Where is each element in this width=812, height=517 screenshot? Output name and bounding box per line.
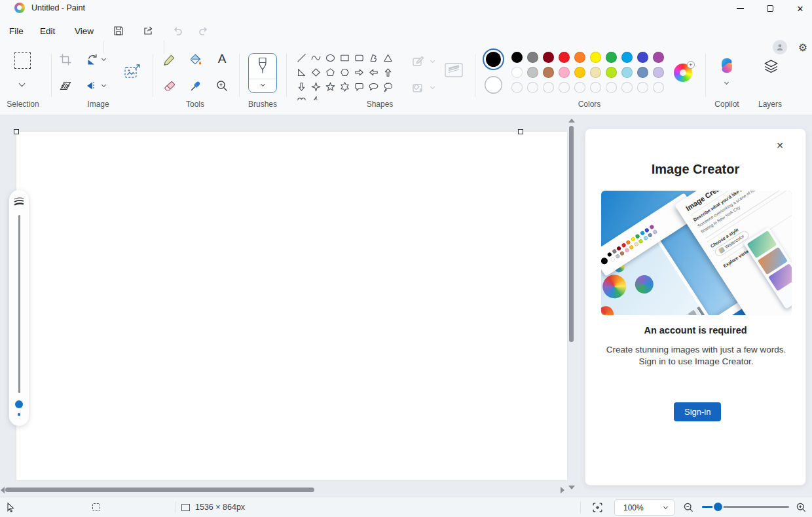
color-swatch[interactable] [590, 52, 601, 63]
color-swatch[interactable] [606, 252, 612, 257]
selection-dropdown-chevron-icon[interactable] [19, 81, 26, 87]
color-swatch[interactable] [647, 232, 652, 237]
rotate-button[interactable] [84, 52, 100, 67]
fit-to-screen-button[interactable] [592, 497, 603, 517]
canvas-resize-handle-top[interactable] [518, 129, 523, 134]
color-swatch[interactable] [621, 67, 633, 78]
color-swatch[interactable] [630, 237, 635, 242]
shape-hexagon-icon[interactable] [337, 65, 352, 79]
color-swatch[interactable] [559, 52, 570, 63]
undo-button[interactable] [170, 24, 185, 38]
shape-arrow-right-icon[interactable] [352, 65, 366, 79]
scroll-left-arrow[interactable] [1, 487, 5, 493]
color-swatch[interactable] [619, 250, 625, 256]
color-swatch[interactable] [590, 67, 601, 78]
shape-right-triangle-icon[interactable] [294, 65, 308, 79]
shape-arrow-left-icon[interactable] [366, 65, 380, 79]
empty-color-slot[interactable] [511, 82, 523, 93]
panel-close-button[interactable]: ✕ [773, 138, 787, 153]
color-swatch[interactable] [653, 67, 664, 78]
color-swatch[interactable] [637, 52, 648, 63]
empty-color-slot[interactable] [574, 82, 585, 93]
shape-arrow-up-icon[interactable] [380, 65, 395, 79]
color-swatch[interactable] [649, 224, 654, 229]
scroll-up-arrow[interactable] [568, 119, 575, 123]
scroll-down-arrow[interactable] [568, 486, 575, 489]
fill-tool-button[interactable] [188, 52, 204, 67]
zoom-in-button[interactable] [796, 497, 807, 517]
shape-outline-chevron-icon[interactable] [430, 58, 435, 63]
shape-star-4-icon[interactable] [308, 79, 323, 94]
resize-skew-button[interactable] [58, 78, 73, 94]
empty-color-slot[interactable] [606, 82, 617, 93]
color-swatch[interactable] [574, 52, 585, 63]
shape-callout-round-icon[interactable] [352, 79, 366, 94]
text-tool-button[interactable]: A [214, 50, 230, 67]
zoom-slider-thumb[interactable] [714, 503, 722, 511]
rotate-dropdown-chevron-icon[interactable] [101, 56, 106, 61]
shape-diamond-icon[interactable] [308, 65, 323, 79]
canvas-resize-handle-topleft[interactable] [14, 129, 19, 134]
shape-line-icon[interactable] [294, 50, 308, 65]
canvas[interactable] [16, 132, 567, 480]
close-button[interactable]: ✕ [785, 0, 812, 17]
brush-size-slider[interactable] [9, 190, 29, 426]
horizontal-scrollbar-thumb[interactable] [5, 488, 314, 492]
color-swatch[interactable] [511, 52, 523, 63]
color-swatch[interactable] [642, 235, 648, 240]
color-swatch[interactable] [527, 67, 538, 78]
color-swatch[interactable] [625, 239, 631, 244]
color-swatch[interactable] [635, 233, 640, 239]
zoom-level-dropdown[interactable]: 100% [614, 499, 674, 516]
empty-color-slot[interactable] [543, 82, 554, 93]
edit-colors-button[interactable]: + [674, 64, 692, 82]
eraser-tool-button[interactable] [162, 78, 177, 94]
shape-rounded-rectangle-icon[interactable] [352, 50, 366, 65]
shape-polygon-icon[interactable] [366, 50, 380, 65]
color-swatch[interactable] [621, 242, 626, 248]
flip-dropdown-chevron-icon[interactable] [101, 83, 106, 87]
empty-color-slot[interactable] [621, 82, 633, 93]
color-swatch[interactable] [616, 246, 621, 251]
color-swatch[interactable] [621, 52, 633, 63]
color-swatch[interactable] [559, 67, 570, 78]
color-swatch[interactable] [606, 67, 617, 78]
color-swatch[interactable] [610, 256, 615, 261]
minimize-button[interactable] [725, 0, 755, 17]
color-swatch[interactable] [639, 230, 644, 235]
shape-rectangle-icon[interactable] [337, 50, 352, 65]
empty-color-slot[interactable] [653, 82, 664, 93]
empty-color-slot[interactable] [527, 82, 538, 93]
slider-thumb[interactable] [15, 400, 23, 408]
color-swatch[interactable] [543, 67, 554, 78]
magnifier-tool-button[interactable] [214, 78, 230, 94]
slider-track[interactable] [18, 215, 20, 393]
copilot-button[interactable] [716, 55, 737, 76]
color1-swatch[interactable] [483, 48, 504, 70]
color-swatch[interactable] [574, 67, 585, 78]
shape-fill-button[interactable] [410, 79, 427, 96]
selection-tool-button[interactable] [9, 52, 35, 79]
shape-pentagon-icon[interactable] [323, 65, 337, 79]
shape-callout-oval-icon[interactable] [366, 79, 380, 94]
maximize-button[interactable] [755, 0, 785, 17]
menu-file[interactable]: File [5, 23, 28, 39]
shape-callout-cloud-icon[interactable] [380, 79, 395, 94]
shape-fill-chevron-icon[interactable] [430, 85, 435, 89]
shape-star-5-icon[interactable] [323, 79, 337, 94]
redo-button[interactable] [196, 24, 211, 38]
shape-arrow-down-icon[interactable] [294, 79, 308, 94]
color2-swatch[interactable] [485, 76, 502, 94]
color-swatch[interactable] [629, 244, 634, 250]
brushes-button[interactable] [248, 53, 277, 93]
color-swatch[interactable] [614, 254, 619, 259]
line-thickness-button[interactable] [443, 60, 465, 80]
color-swatch[interactable] [606, 52, 617, 63]
empty-color-slot[interactable] [637, 82, 648, 93]
empty-color-slot[interactable] [559, 82, 570, 93]
sign-in-button[interactable]: Sign-in [674, 402, 721, 421]
share-button[interactable] [141, 24, 155, 38]
color-swatch[interactable] [543, 52, 554, 63]
resize-image-button[interactable] [122, 62, 143, 83]
color-swatch[interactable] [633, 241, 638, 246]
